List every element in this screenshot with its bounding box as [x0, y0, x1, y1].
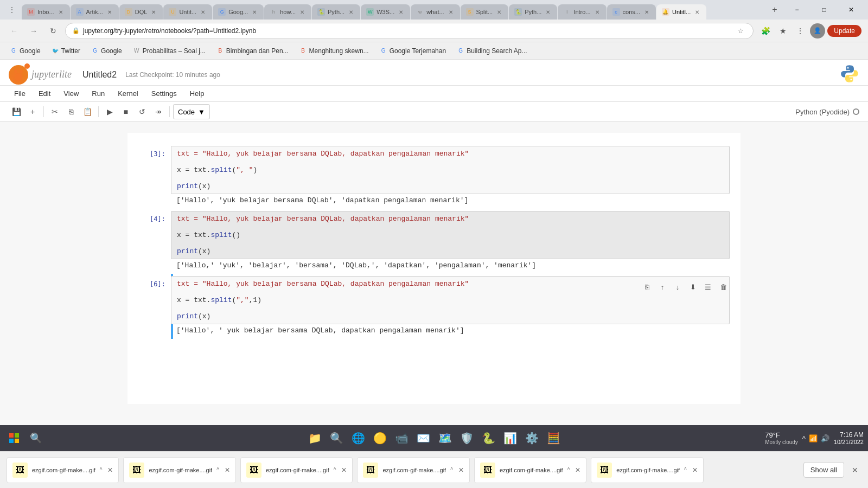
download-item-1[interactable]: 🖼 ezgif.com-gif-make....gif ^ ✕	[123, 457, 235, 483]
tab-close-w3s[interactable]: ✕	[397, 8, 405, 16]
minimize-button[interactable]: −	[784, 2, 809, 17]
browser-tab-cons[interactable]: ccons...✕	[607, 4, 656, 20]
move-down-button[interactable]: ↓	[671, 280, 684, 293]
browser-tab-inbox[interactable]: MInbo...✕	[22, 4, 70, 20]
browser-tab-python1[interactable]: 🐍Pyth...✕	[312, 4, 360, 20]
back-button[interactable]: ←	[7, 23, 22, 38]
tab-close-untitled2[interactable]: ✕	[693, 8, 701, 16]
cell-type-select[interactable]: Code ▼	[173, 104, 210, 119]
taskbar-excel[interactable]: 📊	[500, 428, 520, 448]
taskbar-volume-icon[interactable]: 🔊	[821, 434, 829, 442]
taskbar-calculator[interactable]: 🧮	[544, 428, 563, 448]
bookmark-item-4[interactable]: BBimbingan dan Pen...	[212, 46, 293, 56]
tab-close-python1[interactable]: ✕	[347, 8, 355, 16]
tab-close-inbox[interactable]: ✕	[57, 8, 65, 16]
browser-tab-untitled[interactable]: UUntit...✕	[163, 4, 212, 20]
tab-close-cons[interactable]: ✕	[643, 8, 650, 16]
tab-close-pyth2[interactable]: ✕	[544, 8, 552, 16]
menu-item-file[interactable]: File	[9, 88, 31, 99]
bookmark-star-icon[interactable]: ☆	[735, 25, 746, 37]
taskbar-edge[interactable]: 🌐	[348, 428, 368, 448]
menu-item-help[interactable]: Help	[184, 88, 210, 99]
download-close-5[interactable]: ✕	[692, 466, 698, 474]
taskbar-chrome[interactable]: 🟡	[370, 428, 390, 448]
cell-settings-button[interactable]: ☰	[701, 280, 714, 293]
taskbar-video[interactable]: 📹	[392, 428, 411, 448]
browser-tab-untitled2[interactable]: 🔔Untitl...✕	[656, 4, 706, 20]
extensions-button[interactable]: 🧩	[758, 23, 773, 38]
taskbar-chevron-icon[interactable]: ^	[802, 434, 806, 442]
download-item-2[interactable]: 🖼 ezgif.com-gif-make....gif ^ ✕	[240, 457, 353, 483]
close-button[interactable]: ✕	[839, 2, 864, 17]
taskbar-clock[interactable]: 7:16 AM 10/21/2022	[834, 431, 864, 445]
update-button[interactable]: Update	[827, 25, 861, 37]
browser-tab-google[interactable]: GGoog...✕	[213, 4, 264, 20]
browser-tab-what[interactable]: wwhat...✕	[411, 4, 459, 20]
restart-run-button[interactable]: ↠	[151, 104, 166, 119]
taskbar-maps[interactable]: 🗺️	[435, 428, 455, 448]
download-close-1[interactable]: ✕	[225, 466, 230, 474]
download-close-2[interactable]: ✕	[341, 466, 347, 474]
taskbar-mcafee[interactable]: 🛡️	[457, 428, 476, 448]
download-close-4[interactable]: ✕	[575, 466, 580, 474]
download-close-0[interactable]: ✕	[107, 466, 113, 474]
tab-close-split[interactable]: ✕	[495, 8, 503, 16]
browser-tab-dql[interactable]: DDQL✕	[119, 4, 163, 20]
cut-button[interactable]: ✂	[47, 104, 62, 119]
tab-overflow-button[interactable]: ⋮	[4, 2, 20, 17]
forward-button[interactable]: →	[26, 23, 41, 38]
bookmark-item-7[interactable]: GBuilding Search Ap...	[452, 46, 531, 56]
bookmark-item-6[interactable]: GGoogle Terjemahan	[375, 46, 451, 56]
cell-4[interactable]: [4]: txt = "Hallo, yuk belajar bersama D…	[127, 209, 741, 274]
collections-button[interactable]: ⋮	[793, 23, 808, 38]
copy-cell-button[interactable]: ⎘	[641, 280, 654, 293]
favorites-button[interactable]: ★	[775, 23, 790, 38]
download-item-5[interactable]: 🖼 ezgif.com-gif-make....gif ^ ✕	[591, 457, 703, 483]
menu-item-settings[interactable]: Settings	[146, 88, 182, 99]
cell-6[interactable]: [6]: txt = "Hallo, yuk belajar bersama D…	[127, 274, 741, 339]
download-chevron-2[interactable]: ^	[334, 467, 336, 473]
add-cell-button[interactable]: +	[25, 104, 40, 119]
bookmark-item-1[interactable]: 🐦Twitter	[47, 46, 85, 56]
interrupt-button[interactable]: ■	[118, 104, 133, 119]
downloads-bar-close[interactable]: ✕	[848, 464, 861, 477]
cell-4-input[interactable]: txt = "Hallo, yuk belajar bersama DQLab,…	[171, 211, 730, 259]
show-all-button[interactable]: Show all	[803, 462, 844, 478]
browser-tab-artikel[interactable]: AArtik...✕	[71, 4, 119, 20]
cell-download-button[interactable]: ⬇	[686, 280, 699, 293]
browser-tab-how[interactable]: hhow...✕	[264, 4, 311, 20]
reload-button[interactable]: ↻	[46, 23, 61, 38]
download-item-0[interactable]: 🖼 ezgif.com-gif-make....gif ^ ✕	[7, 457, 119, 483]
url-bar[interactable]: 🔒 jupyter.org/try-jupyter/retro/notebook…	[65, 23, 754, 39]
browser-tab-w3s[interactable]: WW3S...✕	[361, 4, 410, 20]
menu-item-view[interactable]: View	[58, 88, 84, 99]
cell-3-input[interactable]: txt = "Hallo, yuk belajar bersama DQLab,…	[171, 146, 730, 194]
taskbar-search-taskbar[interactable]: 🔍	[327, 428, 346, 448]
notebook-title[interactable]: Untitled2	[82, 70, 117, 80]
bookmark-item-3[interactable]: WProbabilitas – Soal j...	[129, 46, 210, 56]
download-chevron-1[interactable]: ^	[216, 467, 219, 473]
copy-button[interactable]: ⎘	[63, 104, 79, 119]
run-cell-button[interactable]: ▶	[102, 104, 117, 119]
download-chevron-5[interactable]: ^	[684, 467, 687, 473]
tab-close-intro[interactable]: ✕	[593, 8, 601, 16]
download-chevron-4[interactable]: ^	[567, 467, 570, 473]
bookmark-item-2[interactable]: GGoogle	[87, 46, 126, 56]
cell-3[interactable]: [3]: txt = "Hallo, yuk belajar bersama D…	[127, 144, 741, 209]
tab-close-artikel[interactable]: ✕	[106, 8, 113, 16]
menu-item-kernel[interactable]: Kernel	[112, 88, 144, 99]
move-up-button[interactable]: ↑	[656, 280, 669, 293]
taskbar-app2[interactable]: ⚙️	[522, 428, 541, 448]
restart-button[interactable]: ↺	[135, 104, 150, 119]
taskbar-start-button[interactable]	[4, 428, 24, 448]
profile-button[interactable]: 👤	[810, 23, 825, 38]
new-tab-button[interactable]: +	[767, 2, 782, 17]
download-item-4[interactable]: 🖼 ezgif.com-gif-make....gif ^ ✕	[474, 457, 586, 483]
delete-cell-button[interactable]: 🗑	[717, 280, 730, 293]
browser-tab-intro[interactable]: IIntro...✕	[558, 4, 606, 20]
taskbar-python[interactable]: 🐍	[478, 428, 498, 448]
menu-item-run[interactable]: Run	[86, 88, 110, 99]
bookmark-item-5[interactable]: BMenghitung skewn...	[295, 46, 373, 56]
tab-close-google[interactable]: ✕	[251, 8, 258, 16]
menu-item-edit[interactable]: Edit	[33, 88, 56, 99]
